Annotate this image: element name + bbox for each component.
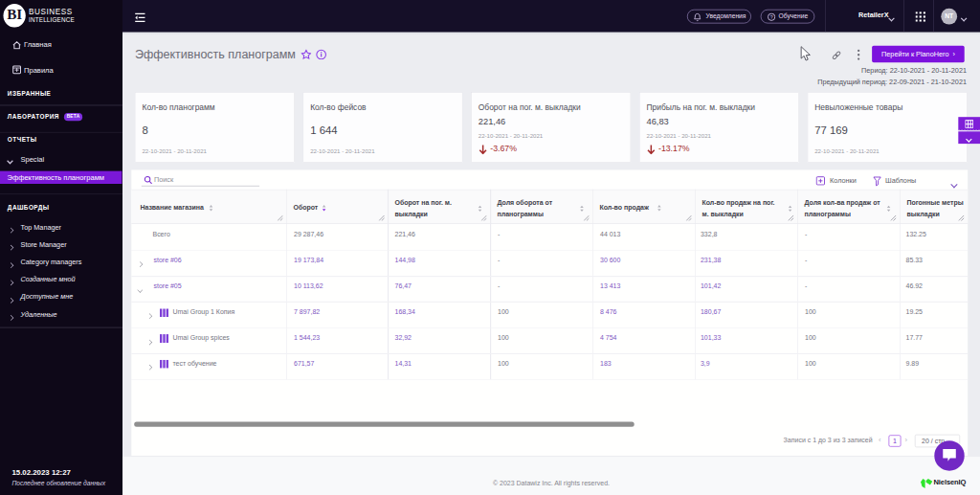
svg-text:?: ? xyxy=(769,14,772,20)
